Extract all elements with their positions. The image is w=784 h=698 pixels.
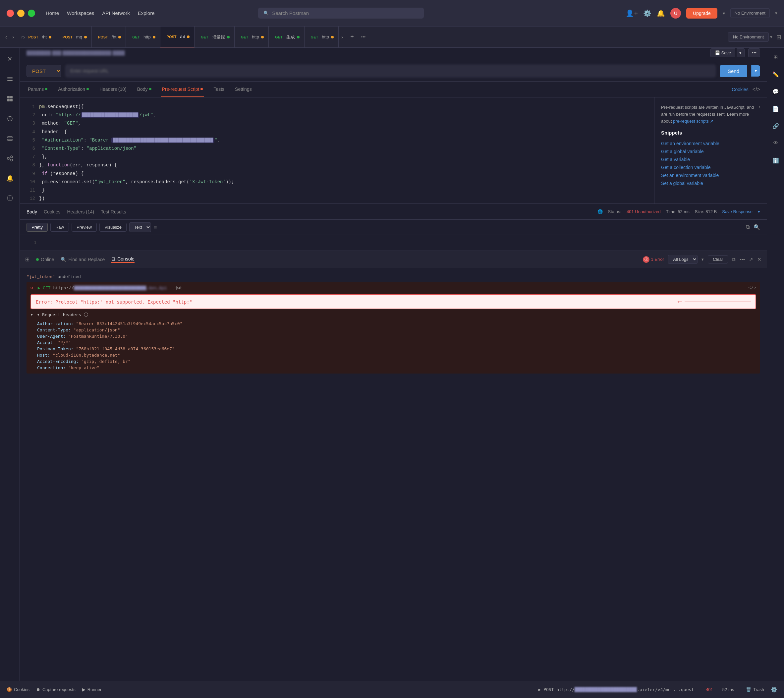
home-nav[interactable]: Home [46,10,59,16]
resp-tab-tests[interactable]: Test Results [101,209,126,215]
tab-8[interactable]: GET 生成 [269,26,305,48]
clear-button[interactable]: Clear [708,255,728,264]
tab-headers[interactable]: Headers (10) [98,81,128,97]
more-options-icon[interactable]: ••• [748,48,760,57]
tab-4[interactable]: GET http [126,26,160,48]
save-response-dropdown[interactable]: ▾ [758,209,760,214]
visualize-btn[interactable]: Visualize [99,223,127,232]
toggle-panel-icon[interactable]: ⊞ [25,256,30,262]
online-tab[interactable]: Online [36,257,54,262]
tab-body[interactable]: Body [136,81,153,97]
snippet-set-env[interactable]: Set an environment variable [661,172,760,179]
save-icon[interactable]: 💾 Save [710,48,735,57]
snippet-env-var[interactable]: Get an environment variable [661,140,760,147]
send-dropdown-button[interactable]: ▾ [751,65,760,77]
notifications-icon[interactable]: 🔔 [657,9,665,17]
env-selector-tab[interactable]: No Environment [728,32,769,42]
console-tab[interactable]: ⊟ Console [111,256,134,263]
rp-icon-comment[interactable]: 💬 [771,86,781,97]
resp-tab-cookies[interactable]: Cookies [44,209,61,215]
tab-settings[interactable]: Settings [234,81,253,97]
format-select[interactable]: Text [129,223,151,232]
tab-7[interactable]: GET http [235,26,269,48]
env-selector-dropdown[interactable]: ▾ [770,35,772,40]
tab-authorization[interactable]: Authorization [57,81,90,97]
env-dropdown-icon[interactable]: ▾ [775,11,777,16]
flows-icon[interactable] [4,152,16,164]
tab-scroll-right-icon[interactable]: › [339,34,346,40]
new-tab-button[interactable]: + [346,33,359,40]
snippet-variable[interactable]: Get a variable [661,155,760,163]
mock-servers-icon[interactable] [4,132,16,145]
resp-tab-body[interactable]: Body [26,209,37,215]
tab-6[interactable]: GET 增量报 [194,26,235,48]
api-network-nav[interactable]: API Network [102,10,130,16]
rp-icon-info[interactable]: ℹ️ [771,155,781,166]
environments-icon[interactable] [4,93,16,105]
snippet-collection-var[interactable]: Get a collection variable [661,163,760,172]
collapse-headers-icon[interactable]: ▾ [30,312,33,317]
send-button[interactable]: Send [720,65,747,77]
notifications-sidebar-icon[interactable]: 🔔 [4,172,16,184]
new-request-icon[interactable]: ✕ [4,53,16,65]
save-dropdown-icon[interactable]: ▾ [736,48,744,57]
tab-params[interactable]: Params [26,81,49,97]
environment-select[interactable]: No Environment [730,8,770,18]
avatar[interactable]: U [670,8,681,18]
settings-bottom-icon[interactable]: ⚙️ [771,686,777,693]
cookies-bottom[interactable]: 🍪 Cookies [7,687,30,692]
close-console-icon[interactable]: ✕ [757,257,761,262]
tab-tests[interactable]: Tests [212,81,226,97]
tab-back-icon[interactable]: ‹ [3,34,10,40]
raw-btn[interactable]: Raw [50,223,69,232]
url-input[interactable] [65,64,716,77]
history-icon[interactable] [4,113,16,125]
snippet-set-global[interactable]: Set a global variable [661,179,760,187]
method-select[interactable]: POST GET PUT DELETE [26,65,61,77]
rp-icon-edit[interactable]: ✏️ [771,69,781,79]
open-external-icon[interactable]: ↗ [749,257,753,262]
snippets-link[interactable]: pre-request scripts ↗ [673,119,713,124]
explore-nav[interactable]: Explore [138,10,155,16]
copy-console-icon[interactable]: ⧉ [732,257,736,262]
pretty-btn[interactable]: Pretty [26,223,48,232]
resp-tab-headers[interactable]: Headers (14) [67,209,94,215]
code-editor[interactable]: 1pm.sendRequest({ 2 url: "https://██████… [20,97,654,203]
search-response-icon[interactable]: 🔍 [754,224,760,230]
log-filter-select[interactable]: All Logs [668,255,698,264]
rp-icon-docs[interactable]: 📄 [771,103,781,114]
search-bar[interactable]: 🔍 Search Postman [258,8,424,18]
upgrade-dropdown-icon[interactable]: ▾ [723,11,725,16]
tab-9[interactable]: GET http [305,26,339,48]
more-tabs-icon[interactable]: ••• [359,35,369,40]
copy-response-icon[interactable]: ⧉ [746,224,749,230]
logs-dropdown-icon[interactable]: ▾ [702,257,704,262]
trash-bottom[interactable]: 🗑️ Trash [746,687,764,692]
toggle-sidebar-icon[interactable]: ⊞ [776,33,781,41]
tab-pre-request[interactable]: Pre-request Script [161,81,204,97]
workspaces-nav[interactable]: Workspaces [67,10,94,16]
preview-btn[interactable]: Preview [72,223,97,232]
tab-5-active[interactable]: POST /ht [160,26,194,48]
find-replace-tab[interactable]: 🔍 Find and Replace [61,257,105,262]
tab-forward-icon[interactable]: › [10,34,16,40]
rp-icon-eye[interactable]: 👁 [771,138,781,149]
runner-bottom[interactable]: ▶ Runner [82,687,102,692]
cookies-link[interactable]: Cookies [732,87,749,92]
minimize-button[interactable] [17,10,25,17]
maximize-button[interactable] [28,10,35,17]
close-button[interactable] [7,10,14,17]
code-snippet-icon[interactable]: </> [753,86,760,92]
collections-icon[interactable] [4,73,16,85]
settings-sidebar-icon[interactable]: ⓘ [4,192,16,204]
capture-requests-bottom[interactable]: ⏺ Capture requests [36,687,76,692]
tab-2[interactable]: POST mq [56,26,92,48]
upgrade-button[interactable]: Upgrade [686,8,717,18]
snippet-global-var[interactable]: Get a global variable [661,147,760,155]
more-console-icon[interactable]: ••• [740,257,745,262]
save-response-button[interactable]: Save Response [722,209,753,214]
snippets-expand-icon[interactable]: › [759,104,760,109]
rp-icon-grid[interactable]: ⊞ [771,52,781,62]
tab-1[interactable]: rp POST /ht [17,26,56,48]
rp-icon-share[interactable]: 🔗 [771,120,781,131]
